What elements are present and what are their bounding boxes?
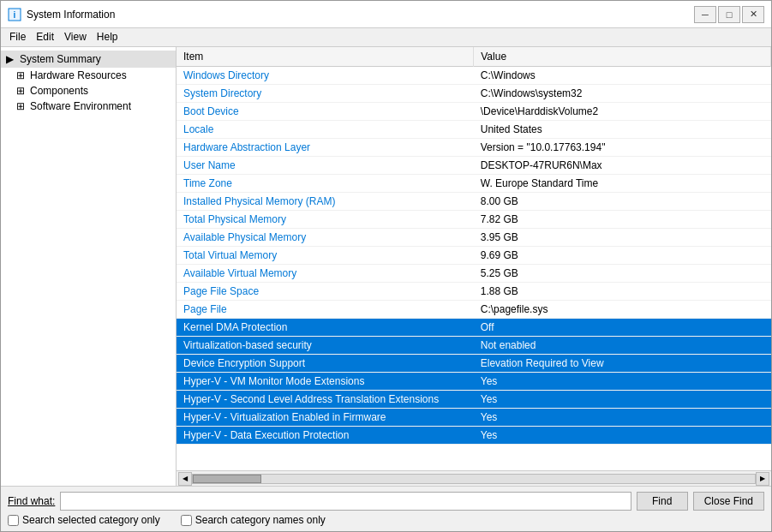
table-cell-value: C:\Windows\system32 [474, 85, 771, 103]
table-cell-item: Hyper-V - Data Execution Protection [177, 427, 474, 445]
table-cell-item: Hardware Abstraction Layer [177, 139, 474, 157]
search-selected-text: Search selected category only [22, 514, 160, 526]
table-row[interactable]: Kernel DMA ProtectionOff [177, 319, 771, 337]
table-cell-value: 1.88 GB [474, 283, 771, 301]
table-cell-value: Off [474, 319, 771, 337]
table-cell-item: Total Physical Memory [177, 211, 474, 229]
menu-view[interactable]: View [59, 30, 92, 45]
scroll-right-arrow[interactable]: ▶ [756, 472, 769, 486]
table-cell-item: User Name [177, 157, 474, 175]
table-cell-value: 3.95 GB [474, 229, 771, 247]
search-names-text: Search category names only [195, 514, 326, 526]
table-cell-value: C:\Windows [474, 67, 771, 85]
scroll-thumb[interactable] [193, 475, 261, 483]
table-cell-item: Page File Space [177, 283, 474, 301]
minimize-button[interactable]: ─ [694, 6, 716, 23]
table-cell-item: Available Physical Memory [177, 229, 474, 247]
find-label-text: Find what: [8, 495, 55, 507]
table-cell-value: Elevation Required to View [474, 355, 771, 373]
main-window: i System Information ─ □ ✕ File Edit Vie… [0, 0, 772, 532]
content-area: Item Value Windows DirectoryC:\WindowsSy… [177, 47, 771, 486]
table-cell-value: 9.69 GB [474, 247, 771, 265]
table-row[interactable]: Time ZoneW. Europe Standard Time [177, 175, 771, 193]
table-row[interactable]: Page FileC:\pagefile.sys [177, 301, 771, 319]
table-cell-value: Not enabled [474, 337, 771, 355]
table-row[interactable]: Available Physical Memory3.95 GB [177, 229, 771, 247]
checkbox-row: Search selected category only Search cat… [8, 514, 764, 526]
svg-text:i: i [14, 10, 16, 20]
hardware-resources-label: Hardware Resources [30, 69, 127, 81]
sidebar-item-components[interactable]: ⊞ Components [1, 83, 176, 99]
table-row[interactable]: LocaleUnited States [177, 121, 771, 139]
table-cell-value: Yes [474, 373, 771, 391]
table-cell-item: Boot Device [177, 103, 474, 121]
menu-file[interactable]: File [4, 30, 31, 45]
menu-edit[interactable]: Edit [31, 30, 59, 45]
table-row[interactable]: Windows DirectoryC:\Windows [177, 67, 771, 85]
column-item: Item [177, 47, 474, 67]
table-row[interactable]: Total Virtual Memory9.69 GB [177, 247, 771, 265]
sidebar-item-hardware-resources[interactable]: ⊞ Hardware Resources [1, 68, 176, 83]
table-container[interactable]: Item Value Windows DirectoryC:\WindowsSy… [177, 47, 771, 470]
table-cell-item: Time Zone [177, 175, 474, 193]
table-row[interactable]: Total Physical Memory7.82 GB [177, 211, 771, 229]
table-cell-value: 5.25 GB [474, 265, 771, 283]
expand-icon: ⊞ [16, 100, 28, 112]
title-bar: i System Information ─ □ ✕ [1, 1, 771, 28]
maximize-button[interactable]: □ [718, 6, 740, 23]
menu-bar: File Edit View Help [1, 28, 771, 47]
table-cell-value: Yes [474, 409, 771, 427]
table-cell-item: Installed Physical Memory (RAM) [177, 193, 474, 211]
table-cell-value: Version = "10.0.17763.194" [474, 139, 771, 157]
table-row[interactable]: User NameDESKTOP-47RUR6N\Max [177, 157, 771, 175]
table-cell-item: Virtualization-based security [177, 337, 474, 355]
table-cell-item: System Directory [177, 85, 474, 103]
scroll-left-arrow[interactable]: ◀ [178, 472, 192, 486]
table-row[interactable]: Hyper-V - VM Monitor Mode ExtensionsYes [177, 373, 771, 391]
table-cell-item: Hyper-V - Second Level Address Translati… [177, 391, 474, 409]
table-row[interactable]: System DirectoryC:\Windows\system32 [177, 85, 771, 103]
find-button[interactable]: Find [637, 492, 688, 511]
main-content: ▶ System Summary ⊞ Hardware Resources ⊞ … [1, 47, 771, 486]
table-cell-value: 8.00 GB [474, 193, 771, 211]
table-cell-value: 7.82 GB [474, 211, 771, 229]
table-row[interactable]: Hyper-V - Second Level Address Translati… [177, 391, 771, 409]
table-body: Windows DirectoryC:\WindowsSystem Direct… [177, 67, 771, 445]
table-row[interactable]: Hardware Abstraction LayerVersion = "10.… [177, 139, 771, 157]
menu-help[interactable]: Help [92, 30, 123, 45]
table-cell-item: Locale [177, 121, 474, 139]
sidebar-item-system-summary[interactable]: ▶ System Summary [1, 51, 176, 68]
table-cell-item: Device Encryption Support [177, 355, 474, 373]
table-cell-value: Yes [474, 427, 771, 445]
table-cell-item: Total Virtual Memory [177, 247, 474, 265]
table-row[interactable]: Boot Device\Device\HarddiskVolume2 [177, 103, 771, 121]
find-input[interactable] [60, 492, 631, 511]
table-row[interactable]: Available Virtual Memory5.25 GB [177, 265, 771, 283]
search-names-checkbox[interactable] [181, 515, 192, 526]
scroll-track[interactable] [192, 474, 756, 484]
table-row[interactable]: Hyper-V - Virtualization Enabled in Firm… [177, 409, 771, 427]
horizontal-scrollbar[interactable]: ◀ ▶ [177, 470, 771, 486]
table-cell-item: Kernel DMA Protection [177, 319, 474, 337]
close-find-button[interactable]: Close Find [693, 492, 764, 511]
search-names-label: Search category names only [181, 514, 326, 526]
column-value: Value [474, 47, 771, 67]
sidebar-item-software-environment[interactable]: ⊞ Software Environment [1, 99, 176, 114]
table-cell-value: C:\pagefile.sys [474, 301, 771, 319]
title-controls: ─ □ ✕ [694, 6, 764, 23]
table-cell-item: Hyper-V - VM Monitor Mode Extensions [177, 373, 474, 391]
table-row[interactable]: Hyper-V - Data Execution ProtectionYes [177, 427, 771, 445]
expand-icon: ▶ [6, 53, 18, 65]
components-label: Components [30, 85, 88, 97]
system-summary-label: System Summary [20, 53, 101, 65]
table-cell-item: Available Virtual Memory [177, 265, 474, 283]
search-selected-checkbox[interactable] [8, 515, 19, 526]
table-row[interactable]: Device Encryption SupportElevation Requi… [177, 355, 771, 373]
table-cell-item: Windows Directory [177, 67, 474, 85]
table-row[interactable]: Page File Space1.88 GB [177, 283, 771, 301]
close-button[interactable]: ✕ [742, 6, 764, 23]
table-cell-item: Hyper-V - Virtualization Enabled in Firm… [177, 409, 474, 427]
table-cell-value: \Device\HarddiskVolume2 [474, 103, 771, 121]
table-row[interactable]: Installed Physical Memory (RAM)8.00 GB [177, 193, 771, 211]
table-row[interactable]: Virtualization-based securityNot enabled [177, 337, 771, 355]
